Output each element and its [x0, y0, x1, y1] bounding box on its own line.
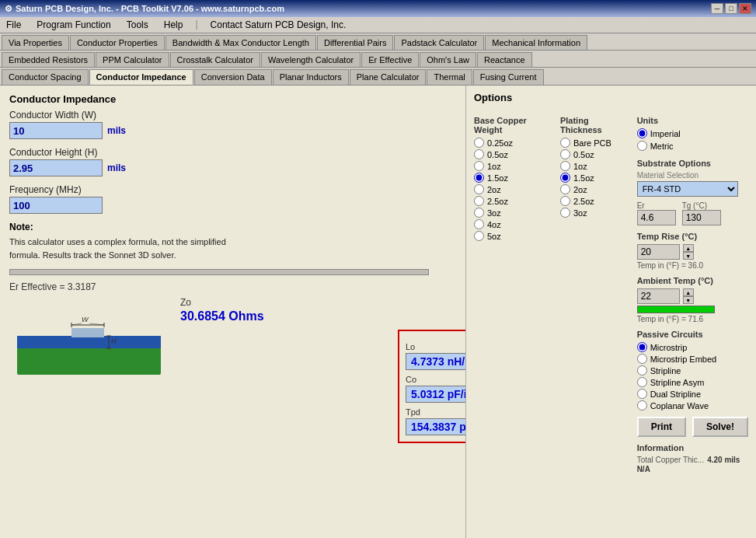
radio-copper-1oz[interactable]	[474, 161, 484, 171]
passive-circuits-section: Passive Circuits Microstrip Microstrip E…	[637, 330, 748, 410]
tab-ohms-law[interactable]: Ohm's Law	[420, 52, 476, 67]
right-column: Units Imperial Metric Substrate Options …	[637, 110, 748, 474]
tab-thermal[interactable]: Thermal	[427, 69, 472, 85]
print-button[interactable]: Print	[637, 417, 686, 437]
tg-input[interactable]	[682, 210, 721, 225]
tab-via-properties[interactable]: Via Properties	[2, 35, 69, 50]
temp-rise-input[interactable]	[637, 244, 680, 260]
radio-plating-1.5oz[interactable]	[560, 173, 570, 183]
radio-dual-stripline[interactable]	[637, 389, 647, 399]
button-row: Print Solve!	[637, 417, 748, 437]
tab-row-3: Conductor Spacing Conductor Impedance Co…	[0, 68, 756, 86]
section-title: Conductor Impedance	[9, 93, 456, 105]
tab-padstack-calculator[interactable]: Padstack Calculator	[394, 35, 484, 50]
plating-thickness-options: Bare PCB 0.5oz 1oz 1.5oz 2oz 2.5oz 3oz	[560, 138, 625, 218]
tab-conversion-data[interactable]: Conversion Data	[194, 69, 272, 85]
minimize-button[interactable]: ─	[711, 3, 723, 14]
total-copper-value: 4.20 mils	[707, 456, 740, 464]
left-panel: Conductor Impedance Conductor Width (W) …	[0, 86, 466, 538]
close-button[interactable]: ✕	[739, 3, 751, 14]
tab-mechanical-information[interactable]: Mechanical Information	[485, 35, 587, 50]
menu-help[interactable]: Help	[161, 19, 186, 31]
radio-plating-0.5oz[interactable]	[560, 149, 570, 159]
radio-copper-4oz[interactable]	[474, 219, 484, 229]
ambient-temp-down[interactable]: ▼	[683, 296, 694, 304]
ambient-temp-section: Ambient Temp (°C) ▲ ▼ Temp in (°F) = 71.…	[637, 276, 748, 323]
ambient-temp-up[interactable]: ▲	[683, 288, 694, 296]
radio-plating-2oz[interactable]	[560, 184, 570, 194]
material-selection-label: Material Selection	[637, 171, 748, 180]
radio-copper-0.25oz[interactable]	[474, 138, 484, 148]
tab-planar-inductors[interactable]: Planar Inductors	[273, 69, 349, 85]
ambient-temp-title: Ambient Temp (°C)	[637, 276, 748, 285]
radio-copper-5oz[interactable]	[474, 231, 484, 241]
radio-plating-bare[interactable]	[560, 138, 570, 148]
tab-er-effective[interactable]: Er Effective	[361, 52, 419, 67]
tab-plane-calculator[interactable]: Plane Calculator	[350, 69, 427, 85]
conductor-height-label: Conductor Height (H)	[9, 147, 456, 158]
co-value: 5.0312 pF/in	[406, 386, 466, 403]
tab-bandwidth[interactable]: Bandwidth & Max Conductor Length	[165, 35, 316, 50]
radio-copper-2.5oz[interactable]	[474, 196, 484, 206]
radio-microstrip-embed[interactable]	[637, 354, 647, 364]
er-input[interactable]	[637, 210, 676, 225]
menu-file[interactable]: File	[3, 19, 24, 31]
svg-text:W: W	[82, 316, 89, 323]
svg-rect-0	[17, 348, 161, 375]
lo-value: 4.7373 nH/in	[406, 353, 466, 370]
tab-fusing-current[interactable]: Fusing Current	[473, 69, 544, 85]
er-label: Er	[637, 201, 676, 210]
lo-label: Lo	[406, 342, 466, 351]
tab-conductor-impedance[interactable]: Conductor Impedance	[89, 69, 193, 85]
temp-rise-down[interactable]: ▼	[683, 252, 694, 260]
material-select[interactable]: FR-4 STD	[637, 181, 738, 197]
options-title: Options	[474, 92, 748, 103]
tab-wavelength-calculator[interactable]: Wavelength Calculator	[261, 52, 361, 67]
menu-bar: File Program Function Tools Help | Conta…	[0, 17, 756, 33]
radio-microstrip[interactable]	[637, 342, 647, 352]
conductor-width-input[interactable]	[9, 122, 103, 139]
frequency-input[interactable]	[9, 197, 103, 214]
temp-rise-fahrenheit: Temp in (°F) = 36.0	[637, 261, 748, 270]
ambient-temp-input[interactable]	[637, 288, 680, 304]
tab-ppm-calculator[interactable]: PPM Calculator	[96, 52, 169, 67]
menu-contact[interactable]: Contact Saturn PCB Design, Inc.	[207, 19, 350, 31]
tab-differential-pairs[interactable]: Differential Pairs	[317, 35, 394, 50]
radio-plating-1oz[interactable]	[560, 161, 570, 171]
menu-program-function[interactable]: Program Function	[33, 19, 113, 31]
information-title: Information	[637, 443, 748, 452]
radio-metric[interactable]	[637, 141, 647, 151]
temp-rise-up[interactable]: ▲	[683, 244, 694, 252]
main-content: Conductor Impedance Conductor Width (W) …	[0, 86, 756, 538]
radio-copper-0.5oz[interactable]	[474, 149, 484, 159]
svg-text:H: H	[111, 337, 117, 345]
conductor-width-unit: mils	[107, 125, 126, 136]
conductor-height-input[interactable]	[9, 159, 103, 176]
solve-button[interactable]: Solve!	[692, 417, 748, 437]
menu-tools[interactable]: Tools	[124, 19, 152, 31]
app-icon: ⚙	[5, 4, 12, 14]
note-text: This calculator uses a complex formula, …	[9, 236, 456, 261]
radio-copper-3oz[interactable]	[474, 208, 484, 218]
tab-crosstalk-calculator[interactable]: Crosstalk Calculator	[170, 52, 260, 67]
radio-plating-2.5oz[interactable]	[560, 196, 570, 206]
temp-rise-title: Temp Rise (°C)	[637, 232, 748, 241]
base-copper-weight-title: Base Copper Weight	[474, 116, 548, 134]
na-value: N/A	[637, 465, 650, 473]
radio-copper-2oz[interactable]	[474, 184, 484, 194]
radio-stripline[interactable]	[637, 365, 647, 376]
tab-conductor-properties[interactable]: Conductor Properties	[70, 35, 165, 50]
radio-imperial[interactable]	[637, 128, 647, 138]
maximize-button[interactable]: □	[725, 3, 737, 14]
tab-conductor-spacing[interactable]: Conductor Spacing	[2, 69, 89, 85]
conductor-width-group: Conductor Width (W) mils	[9, 110, 456, 139]
radio-coplanar-wave[interactable]	[637, 400, 647, 410]
tab-reactance[interactable]: Reactance	[477, 52, 532, 67]
radio-stripline-asym[interactable]	[637, 377, 647, 387]
radio-copper-1.5oz[interactable]	[474, 173, 484, 183]
radio-plating-3oz[interactable]	[560, 208, 570, 218]
svg-rect-1	[17, 336, 161, 348]
tab-embedded-resistors[interactable]: Embedded Resistors	[2, 52, 95, 67]
er-effective-display: Er Effective = 3.3187	[9, 281, 456, 292]
title-text: Saturn PCB Design, Inc. - PCB Toolkit V7…	[16, 4, 284, 13]
